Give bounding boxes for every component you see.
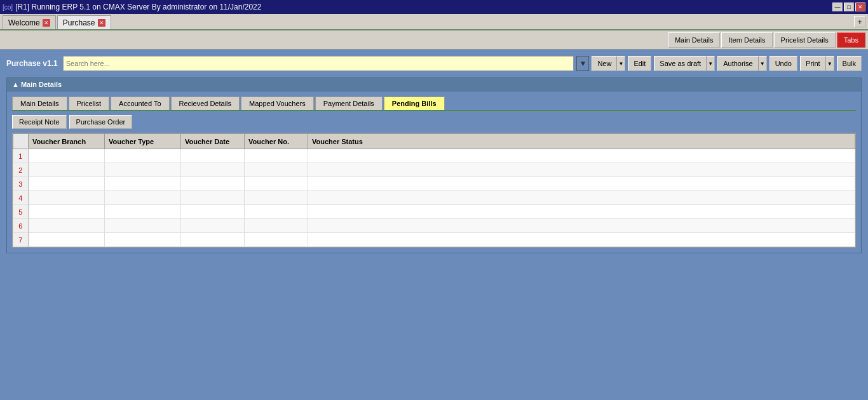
cell-no — [245, 191, 308, 205]
col-header-branch: Voucher Branch — [29, 134, 105, 149]
cell-status — [308, 233, 855, 247]
tab-purchase[interactable]: Purchase ✕ — [57, 15, 111, 29]
maximize-button[interactable]: □ — [844, 3, 854, 11]
cell-type — [105, 219, 181, 233]
cell-type — [105, 163, 181, 177]
subtab-accounted-to[interactable]: Accounted To — [111, 97, 169, 110]
tab-welcome-close[interactable]: ✕ — [43, 19, 50, 27]
cell-status — [308, 149, 855, 163]
cell-date — [181, 191, 245, 205]
cell-branch — [29, 205, 105, 219]
tab-item-details[interactable]: Item Details — [721, 32, 772, 48]
tab-main-details[interactable]: Main Details — [668, 32, 721, 48]
row-number: 4 — [13, 191, 29, 205]
search-dropdown-button[interactable]: ▼ — [576, 56, 589, 71]
tab-welcome-label: Welcome — [8, 18, 40, 27]
cell-type — [105, 177, 181, 191]
cell-date — [181, 163, 245, 177]
main-content: Purchase v1.1 ▼ New ▼ Edit Save as draft… — [0, 50, 868, 400]
tab-welcome[interactable]: Welcome ✕ — [3, 15, 56, 29]
table-row[interactable]: 2 — [13, 163, 855, 177]
cell-no — [245, 233, 308, 247]
cell-type — [105, 191, 181, 205]
col-header-status: Voucher Status — [308, 134, 855, 149]
row-number: 1 — [13, 149, 29, 163]
save-draft-dropdown-arrow[interactable]: ▼ — [706, 56, 715, 71]
tab-tabs[interactable]: Tabs — [837, 32, 865, 48]
cell-date — [181, 233, 245, 247]
row-number: 3 — [13, 177, 29, 191]
cell-branch — [29, 233, 105, 247]
subtab-pending-bills[interactable]: Pending Bills — [384, 97, 445, 110]
tab-add-button[interactable]: + — [854, 16, 865, 27]
data-table-wrapper: Voucher Branch Voucher Type Voucher Date… — [12, 133, 856, 248]
cell-branch — [29, 191, 105, 205]
table-row[interactable]: 5 — [13, 205, 855, 219]
cell-no — [245, 177, 308, 191]
cell-branch — [29, 163, 105, 177]
subtab-recieved-details[interactable]: Recieved Details — [171, 97, 240, 110]
authorise-button[interactable]: Authorise — [717, 56, 757, 71]
cell-type — [105, 205, 181, 219]
minimize-button[interactable]: — — [832, 3, 843, 11]
tab-purchase-close[interactable]: ✕ — [98, 19, 105, 27]
authorise-btn-group: Authorise ▼ — [717, 56, 766, 71]
voucher-table: Voucher Branch Voucher Type Voucher Date… — [13, 133, 855, 247]
receipt-note-button[interactable]: Receipt Note — [12, 115, 67, 129]
tab-pricelist-details[interactable]: Pricelist Details — [774, 32, 836, 48]
col-header-no: Voucher No. — [245, 134, 308, 149]
col-header-checkbox — [13, 134, 29, 149]
search-input[interactable] — [63, 56, 574, 71]
action-buttons: Receipt Note Purchase Order — [12, 115, 856, 129]
edit-button[interactable]: Edit — [628, 56, 651, 71]
table-row[interactable]: 1 — [13, 149, 855, 163]
cell-date — [181, 219, 245, 233]
subtab-mapped-vouchers[interactable]: Mapped Vouchers — [241, 97, 314, 110]
cell-status — [308, 205, 855, 219]
col-header-type: Voucher Type — [105, 134, 181, 149]
toolbar-label: Purchase v1.1 — [6, 59, 58, 68]
save-draft-button[interactable]: Save as draft — [654, 56, 706, 71]
subtab-main-details[interactable]: Main Details — [12, 97, 67, 110]
cell-branch — [29, 177, 105, 191]
cell-no — [245, 149, 308, 163]
cell-branch — [29, 149, 105, 163]
cell-date — [181, 177, 245, 191]
save-draft-btn-group: Save as draft ▼ — [654, 56, 715, 71]
bulk-button[interactable]: Bulk — [837, 56, 862, 71]
section-body: Main Details Pricelist Accounted To Reci… — [7, 91, 861, 253]
toolbar: Purchase v1.1 ▼ New ▼ Edit Save as draft… — [6, 56, 862, 71]
cell-no — [245, 219, 308, 233]
undo-button[interactable]: Undo — [770, 56, 797, 71]
cell-branch — [29, 219, 105, 233]
table-row[interactable]: 4 — [13, 191, 855, 205]
cell-no — [245, 163, 308, 177]
table-row[interactable]: 7 — [13, 233, 855, 247]
new-button[interactable]: New — [592, 56, 616, 71]
cell-status — [308, 177, 855, 191]
section-header[interactable]: ▲ Main Details — [7, 78, 861, 91]
authorise-dropdown-arrow[interactable]: ▼ — [758, 56, 767, 71]
close-button[interactable]: ✕ — [855, 3, 865, 11]
new-btn-group: New ▼ — [592, 56, 625, 71]
row-number: 5 — [13, 205, 29, 219]
print-btn-group: Print ▼ — [800, 56, 834, 71]
table-row[interactable]: 3 — [13, 177, 855, 191]
top-right-bar: Main Details Item Details Pricelist Deta… — [0, 30, 868, 50]
app-icon: [co] — [3, 4, 13, 11]
cell-type — [105, 233, 181, 247]
table-row[interactable]: 6 — [13, 219, 855, 233]
print-dropdown-arrow[interactable]: ▼ — [825, 56, 834, 71]
cell-status — [308, 219, 855, 233]
purchase-order-button[interactable]: Purchase Order — [69, 115, 133, 129]
cell-no — [245, 205, 308, 219]
subtab-pricelist[interactable]: Pricelist — [69, 97, 110, 110]
subtab-payment-details[interactable]: Payment Details — [315, 97, 383, 110]
title-text: [R1] Running ERP 5.1 on CMAX Server By a… — [15, 3, 261, 11]
new-dropdown-arrow[interactable]: ▼ — [616, 56, 625, 71]
print-button[interactable]: Print — [800, 56, 825, 71]
cell-status — [308, 191, 855, 205]
col-header-date: Voucher Date — [181, 134, 245, 149]
cell-status — [308, 163, 855, 177]
sub-tabs: Main Details Pricelist Accounted To Reci… — [12, 97, 856, 111]
